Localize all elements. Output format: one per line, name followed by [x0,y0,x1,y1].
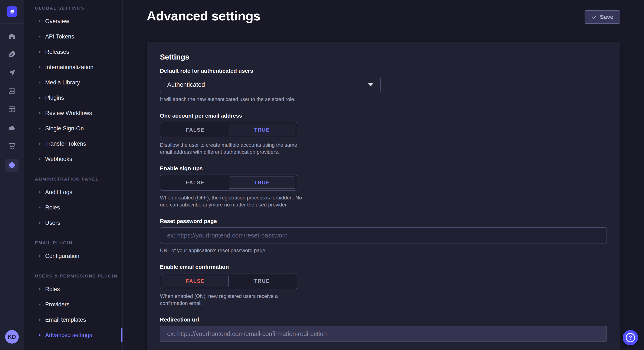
subnav-item-plugins[interactable]: Plugins [24,90,122,105]
save-button-label: Save [600,14,613,20]
field-redirection-url: Redirection url [160,316,607,342]
field-label: Enable sign-ups [160,165,607,172]
chevron-down-icon [368,83,374,86]
subnav-item-label: Roles [45,204,60,211]
subnav-item-providers[interactable]: Providers [24,297,122,312]
subnav-item-label: Internationalization [45,64,94,71]
reset-password-input[interactable] [160,227,607,243]
subnav-item-media-library[interactable]: Media Library [24,75,122,90]
subnav-item-label: Roles [45,286,60,293]
field-enable-sign-ups: Enable sign-ups FALSE TRUE When disabled… [160,165,607,208]
field-one-account-per-email: One account per email address FALSE TRUE… [160,112,607,156]
field-hint: When disabled (OFF), the registration pr… [160,194,302,208]
bullet-icon [39,319,40,321]
save-button[interactable]: Save [584,10,620,24]
subnav-item-review-workflows[interactable]: Review Workflows [24,105,122,121]
settings-nav-active-tile[interactable] [5,159,18,172]
subnav-item-label: Audit Logs [45,189,72,196]
subnav-item-internationalization[interactable]: Internationalization [24,59,122,75]
bullet-icon [39,334,40,336]
subnav-section-heading: GLOBAL SETTINGS [24,5,122,11]
subnav-item-webhooks[interactable]: Webhooks [24,151,122,167]
toggle-option-true[interactable]: TRUE [229,275,296,287]
redirection-url-input[interactable] [160,326,607,342]
bullet-icon [39,255,40,257]
subnav-item-transfer-tokens[interactable]: Transfer Tokens [24,136,122,151]
subnav-item-single-sign-on[interactable]: Single Sign-On [24,121,122,136]
field-enable-email-confirmation: Enable email confirmation FALSE TRUE Whe… [160,263,607,307]
subnav-item-email-templates[interactable]: Email templates [24,312,122,328]
check-icon [592,14,597,20]
settings-card-heading: Settings [160,53,607,61]
main-content: Advanced settings Save Settings Default … [123,0,644,350]
field-label: Reset password page [160,217,607,225]
layout-icon[interactable] [8,105,16,113]
subnav-item-label: Webhooks [45,156,72,163]
page-title: Advanced settings [147,8,260,23]
bullet-icon [39,20,40,22]
field-reset-password-page: Reset password page URL of your applicat… [160,217,607,254]
cloud-icon[interactable] [8,124,16,131]
subnav-item-label: Advanced settings [45,332,92,339]
cart-icon[interactable] [8,142,16,150]
user-avatar[interactable]: KD [5,330,19,344]
enable-signups-toggle: FALSE TRUE [160,175,297,191]
bullet-icon [39,82,40,83]
subnav-item-overview[interactable]: Overview [24,14,122,29]
subnav-item-advanced-settings[interactable]: Advanced settings [24,328,122,343]
strapi-logo[interactable] [6,6,17,17]
bullet-icon [39,207,40,208]
icon-rail: KD [0,0,24,350]
subnav-item-roles[interactable]: Roles [24,200,122,215]
subnav-sections: GLOBAL SETTINGSOverviewAPI TokensRelease… [24,5,122,343]
bullet-icon [39,304,40,305]
toggle-option-true[interactable]: TRUE [229,176,296,189]
subnav-item-audit-logs[interactable]: Audit Logs [24,184,122,200]
subnav-item-label: Releases [45,49,69,55]
bullet-icon [39,143,40,145]
strapi-logo-icon [9,8,15,15]
subnav-item-label: API Tokens [45,33,74,40]
subnav-item-api-tokens[interactable]: API Tokens [24,29,122,44]
subnav-section-heading: ADMINISTRATION PANEL [24,176,122,181]
bullet-icon [39,128,40,129]
subnav-item-roles[interactable]: Roles [24,282,122,297]
field-hint: When enabled (ON), new registered users … [160,293,302,307]
field-hint: It will attach the new authenticated use… [160,96,607,103]
one-account-toggle: FALSE TRUE [160,122,297,138]
subnav-item-configuration[interactable]: Configuration [24,248,122,264]
field-hint: Disallow the user to create multiple acc… [160,141,302,156]
field-label: Default role for authenticated users [160,67,607,74]
media-library-icon[interactable] [8,87,16,95]
bullet-icon [39,66,40,68]
subnav-item-label: Configuration [45,253,80,259]
bullet-icon [39,191,40,193]
bullet-icon [39,97,40,99]
page-header: Advanced settings Save [147,8,620,24]
bullet-icon [39,222,40,224]
subnav-item-label: Transfer Tokens [45,141,86,147]
send-icon[interactable] [8,69,16,77]
subnav-item-label: Email templates [45,317,86,323]
toggle-option-false[interactable]: FALSE [162,275,229,287]
subnav-item-users[interactable]: Users [24,215,122,230]
subnav-item-releases[interactable]: Releases [24,44,122,59]
bullet-icon [39,158,40,160]
toggle-option-true[interactable]: TRUE [229,124,296,136]
field-label: Enable email confirmation [160,263,607,270]
field-default-role: Default role for authenticated users Aut… [160,67,607,103]
subnav-section-heading: USERS & PERMISSIONS PLUGIN [24,273,122,279]
subnav-item-label: Review Workflows [45,110,92,117]
toggle-option-false[interactable]: FALSE [162,176,229,189]
home-icon[interactable] [8,32,16,40]
subnav-item-label: Users [45,220,60,226]
default-role-select[interactable]: Authenticated [160,77,381,92]
bullet-icon [39,36,40,37]
help-button[interactable]: ? [623,330,638,345]
feather-icon[interactable] [8,51,16,58]
field-label: One account per email address [160,112,607,119]
settings-gear-icon [8,161,16,169]
toggle-option-false[interactable]: FALSE [162,124,229,136]
field-hint: URL of your application's reset password… [160,247,607,254]
subnav-item-label: Media Library [45,79,80,86]
